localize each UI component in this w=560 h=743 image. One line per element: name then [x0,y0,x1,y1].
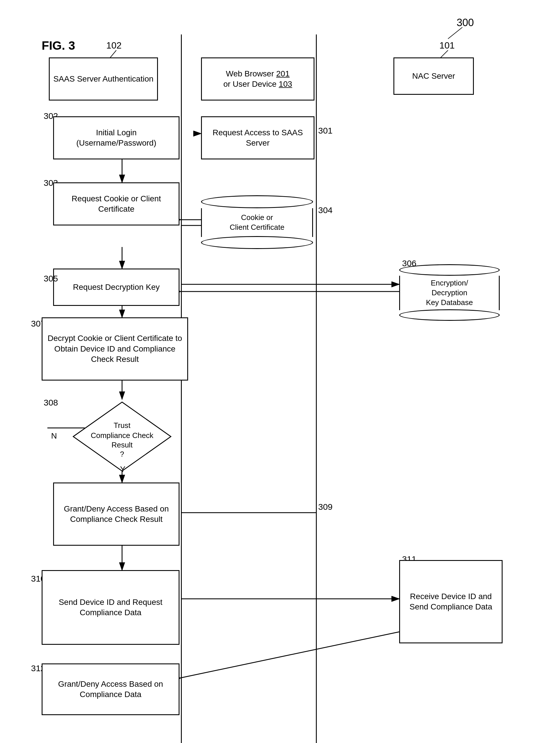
ref-309: 309 [318,502,333,512]
figure-title: FIG. 3 [42,39,75,52]
encryption-db-cylinder: Encryption/DecryptionKey Database [399,264,500,321]
n-label: N [51,431,57,441]
decrypt-cookie-box: Decrypt Cookie or Client Certificate to … [42,317,188,381]
svg-text:Result: Result [112,441,133,449]
nac-server-box: NAC Server [393,57,474,95]
request-access-box: Request Access to SAAS Server [201,116,314,160]
y-label: Y [120,465,126,474]
web-browser-box: Web Browser 201or User Device 103 [201,57,314,100]
svg-line-15 [181,632,399,678]
grant-deny-1-box: Grant/Deny Access Based on Compliance Ch… [53,482,179,546]
svg-text:Compliance Check: Compliance Check [91,431,154,440]
svg-line-17 [448,27,462,39]
ref-308: 308 [44,398,58,407]
swimlane-line-2 [316,35,317,743]
ref-102: 102 [106,40,122,51]
svg-text:?: ? [120,450,124,458]
trust-diamond: Trust Compliance Check Result ? [70,399,174,475]
ref-305: 305 [44,274,58,283]
ref-101: 101 [439,40,455,51]
request-decryption-box: Request Decryption Key [53,268,179,306]
diagram-container: FIG. 3 300 102 101 SAAS Server Authentic… [0,0,560,743]
receive-device-id-box: Receive Device ID and Send Compliance Da… [399,560,503,643]
saas-server-box: SAAS Server Authentication [49,57,158,100]
ref-304: 304 [318,205,333,215]
grant-deny-2-box: Grant/Deny Access Based on Compliance Da… [42,663,179,715]
swimlane-line-1 [181,35,182,743]
ref-300: 300 [457,17,474,29]
send-device-id-box: Send Device ID and Request Compliance Da… [42,570,179,645]
request-cookie-box: Request Cookie or Client Certificate [53,182,179,225]
cookie-cert-cylinder: Cookie orClient Certificate [201,195,313,249]
ref-301: 301 [318,126,333,136]
initial-login-box: Initial Login (Username/Password) [53,116,179,160]
svg-text:Trust: Trust [114,421,131,430]
